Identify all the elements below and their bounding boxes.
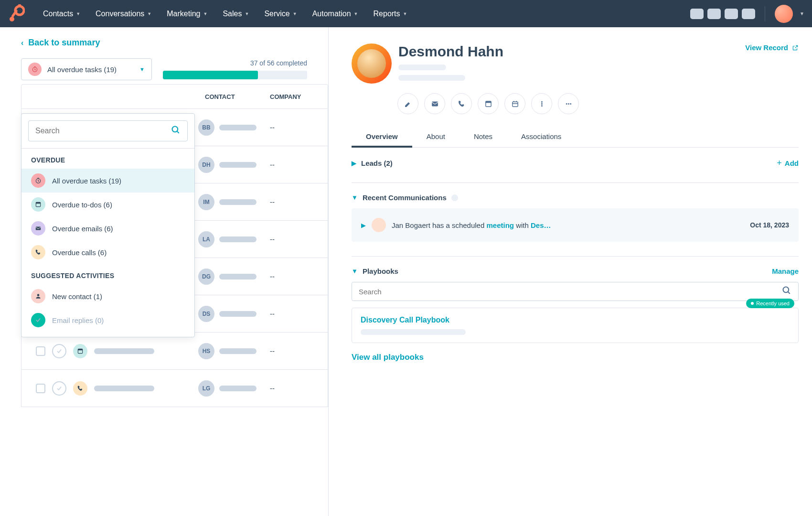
tab-about[interactable]: About	[412, 126, 459, 147]
back-to-summary[interactable]: ‹ Back to summary	[21, 38, 100, 48]
overdue-header: OVERDUE	[21, 149, 194, 169]
chevron-down-icon: ▼	[139, 66, 145, 72]
newc-icon	[31, 289, 45, 303]
contact-subtitle-placeholder	[398, 64, 446, 70]
contact-name-placeholder	[219, 274, 256, 280]
nav-conversations[interactable]: Conversations▼	[89, 6, 158, 22]
dropdown-search[interactable]	[28, 120, 188, 141]
add-lead-button[interactable]: +Add	[777, 158, 799, 168]
view-all-playbooks[interactable]: View all playbooks	[352, 353, 799, 362]
search-icon	[782, 286, 791, 298]
dropdown-item[interactable]: All overdue tasks (19)	[21, 169, 194, 193]
communication-item[interactable]: ▶ Jan Bogaert has a scheduled meeting wi…	[352, 208, 799, 242]
complete-button[interactable]	[52, 344, 66, 358]
chevron-down-icon[interactable]: ▼	[352, 194, 358, 201]
nav-divider	[765, 6, 765, 22]
chevron-down-icon[interactable]: ▼	[352, 268, 358, 275]
table-row[interactable]: LG--	[21, 370, 328, 407]
record-panel: Desmond Hahn View Record Overview About …	[329, 27, 812, 516]
svg-point-14	[172, 126, 178, 132]
recently-used-badge: Recently used	[746, 299, 794, 308]
contact-link[interactable]: Des…	[531, 221, 551, 229]
task-filter-dropdown[interactable]: All overdue tasks (19) ▼	[21, 58, 152, 80]
chevron-right-icon[interactable]: ▶	[352, 160, 356, 167]
svg-rect-20	[432, 101, 438, 106]
meeting-action[interactable]	[531, 93, 552, 114]
email-action[interactable]	[424, 93, 445, 114]
tab-notes[interactable]: Notes	[459, 126, 507, 147]
meeting-link[interactable]: meeting	[486, 221, 514, 229]
playbooks-label: Playbooks	[363, 267, 398, 275]
user-avatar[interactable]	[775, 5, 793, 23]
suggested-header: SUGGESTED ACTIVITIES	[21, 264, 194, 284]
dropdown-item[interactable]: Overdue emails (6)	[21, 216, 194, 240]
comm-avatar	[372, 218, 386, 232]
svg-rect-17	[36, 202, 40, 204]
row-checkbox[interactable]	[36, 346, 45, 356]
row-checkbox[interactable]	[36, 384, 45, 393]
nav-automation[interactable]: Automation▼	[306, 6, 365, 22]
tab-overview[interactable]: Overview	[352, 126, 412, 147]
contact-avatar: LG	[198, 380, 214, 397]
call-icon	[73, 381, 87, 396]
manage-playbooks[interactable]: Manage	[772, 267, 799, 275]
contact-name-placeholder	[219, 199, 256, 205]
playbook-search[interactable]	[352, 282, 799, 301]
chevron-right-icon[interactable]: ▶	[361, 222, 366, 229]
nav-slot-1[interactable]	[690, 9, 704, 19]
nav-slot-4[interactable]	[742, 9, 755, 19]
log-action[interactable]	[478, 93, 499, 114]
dropdown-item[interactable]: New contact (1)	[21, 284, 194, 308]
svg-point-29	[570, 103, 571, 105]
view-record-link[interactable]: View Record	[745, 43, 799, 52]
progress-bar	[163, 71, 307, 79]
nav-slot-3[interactable]	[725, 9, 738, 19]
todo-icon	[31, 197, 45, 212]
tab-associations[interactable]: Associations	[507, 126, 576, 147]
note-action[interactable]	[397, 93, 418, 114]
contact-avatar: DH	[198, 157, 214, 173]
svg-rect-22	[485, 101, 491, 103]
playbook-card[interactable]: Recently used Discovery Call Playbook	[352, 308, 799, 343]
company-cell: --	[263, 272, 275, 280]
nav-service[interactable]: Service▼	[257, 6, 303, 22]
task-action[interactable]	[504, 93, 525, 114]
user-menu-caret[interactable]: ▼	[800, 11, 804, 16]
complete-button[interactable]	[52, 381, 66, 396]
record-tabs: Overview About Notes Associations	[352, 126, 799, 148]
playbook-search-input[interactable]	[359, 288, 782, 296]
contact-name: Desmond Hahn	[398, 43, 738, 60]
clock-icon	[28, 63, 42, 76]
more-actions[interactable]	[558, 93, 579, 114]
svg-point-30	[783, 287, 789, 292]
external-link-icon	[792, 44, 799, 51]
leads-label: Leads (2)	[361, 159, 393, 167]
dropdown-item[interactable]: Overdue to-dos (6)	[21, 193, 194, 216]
contact-avatar: HS	[198, 343, 214, 359]
call-icon	[31, 245, 45, 259]
nav-reports[interactable]: Reports▼	[367, 6, 414, 22]
hubspot-logo[interactable]	[8, 4, 25, 23]
nav-contacts[interactable]: Contacts▼	[36, 6, 87, 22]
filter-dropdown-panel: OVERDUE All overdue tasks (19)Overdue to…	[21, 113, 195, 337]
svg-point-27	[566, 103, 567, 105]
contact-avatar: DG	[198, 269, 214, 285]
table-row[interactable]: HS--	[21, 333, 328, 370]
playbook-desc-placeholder	[361, 329, 466, 335]
svg-rect-18	[36, 227, 41, 230]
call-action[interactable]	[451, 93, 472, 114]
nav-marketing[interactable]: Marketing▼	[160, 6, 214, 22]
contact-name-placeholder	[219, 162, 256, 168]
contact-name-placeholder	[219, 236, 256, 242]
email-icon	[31, 221, 45, 236]
svg-point-25	[541, 103, 543, 105]
dropdown-search-input[interactable]	[35, 127, 171, 135]
nav-slot-2[interactable]	[707, 9, 721, 19]
dropdown-item[interactable]: Overdue calls (6)	[21, 240, 194, 264]
comm-date: Oct 18, 2023	[750, 221, 789, 229]
nav-sales[interactable]: Sales▼	[216, 6, 256, 22]
dropdown-item[interactable]: Email replies (0)	[21, 308, 194, 332]
check-icon	[31, 313, 45, 327]
company-cell: --	[263, 235, 275, 243]
contact-avatar	[352, 43, 392, 84]
